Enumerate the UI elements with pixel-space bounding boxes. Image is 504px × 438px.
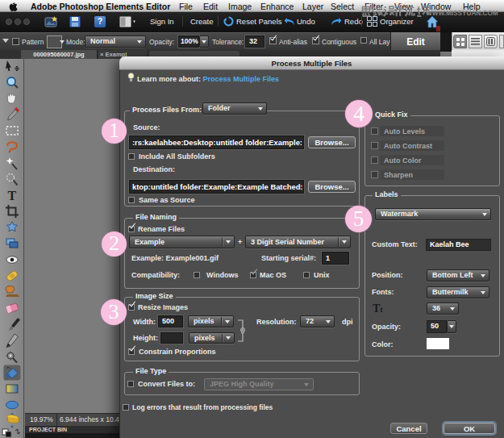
svg-text:T: T	[8, 189, 17, 202]
svg-text:WWW.MISSYUAN.COM: WWW.MISSYUAN.COM	[426, 10, 498, 17]
